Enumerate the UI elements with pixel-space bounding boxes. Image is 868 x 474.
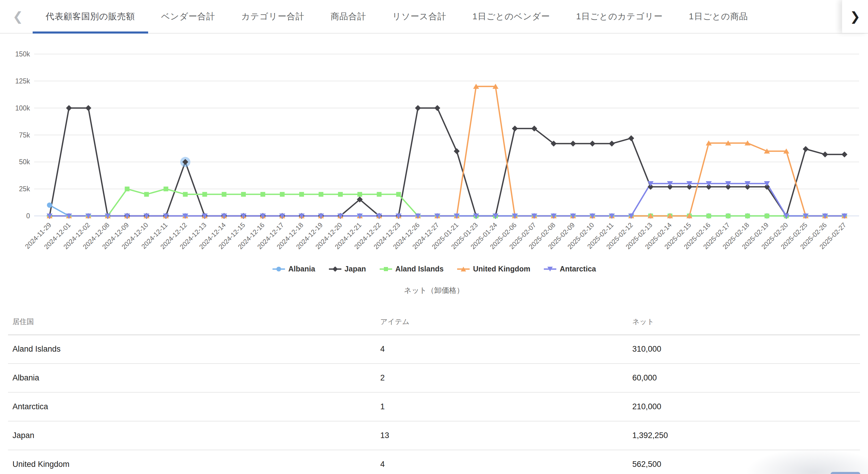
col-header-net: ネット <box>632 309 860 335</box>
x-axis-title: ネット（卸価格） <box>0 286 868 295</box>
data-point[interactable] <box>202 192 207 197</box>
cell-country: Albania <box>8 363 380 392</box>
table-row: Albania 2 60,000 <box>8 363 860 392</box>
legend-item-aland-islands[interactable]: Aland Islands <box>379 265 444 273</box>
data-point[interactable] <box>318 192 323 197</box>
data-point[interactable] <box>260 192 265 197</box>
data-point[interactable] <box>222 192 226 197</box>
summary-table-section: 居住国 アイテム ネット Aland Islands 4 310,000 Alb… <box>0 309 868 474</box>
data-point[interactable] <box>66 105 72 111</box>
floating-button-peek[interactable] <box>831 472 860 474</box>
data-point[interactable] <box>183 192 188 197</box>
data-point[interactable] <box>125 186 129 191</box>
col-header-country: 居住国 <box>8 309 380 335</box>
tab-product-daily[interactable]: 1日ごとの商品 <box>676 0 761 33</box>
data-point[interactable] <box>280 192 285 197</box>
tab-strip: 代表顧客国別の販売額 ベンダー合計 カテゴリー合計 商品合計 リソース合計 1日… <box>33 0 761 33</box>
y-axis-label: 50k <box>19 158 30 166</box>
cell-net: 310,000 <box>632 335 860 363</box>
table-row: Japan 13 1,392,250 <box>8 421 860 450</box>
data-point[interactable] <box>609 141 615 147</box>
tab-resource-total[interactable]: リソース合計 <box>379 0 459 33</box>
data-point[interactable] <box>241 192 246 197</box>
data-point[interactable] <box>726 213 731 218</box>
cell-items: 1 <box>380 392 632 421</box>
table-row: Aland Islands 4 310,000 <box>8 335 860 363</box>
data-point[interactable] <box>454 148 460 154</box>
table-header-row: 居住国 アイテム ネット <box>8 309 860 335</box>
legend-label: Aland Islands <box>395 265 444 273</box>
series-line-antarctica[interactable] <box>50 183 844 216</box>
table-row: Antarctica 1 210,000 <box>8 392 860 421</box>
data-point[interactable] <box>842 151 847 157</box>
y-axis-label: 150k <box>15 50 30 58</box>
tab-category-daily[interactable]: 1日ごとのカテゴリー <box>563 0 676 33</box>
tab-bar: ❮ 代表顧客国別の販売額 ベンダー合計 カテゴリー合計 商品合計 リソース合計 … <box>0 0 868 34</box>
tab-sales-by-country[interactable]: 代表顧客国別の販売額 <box>33 0 148 33</box>
tab-product-total[interactable]: 商品合計 <box>317 0 379 33</box>
y-axis-label: 125k <box>15 77 30 85</box>
data-point[interactable] <box>86 105 91 111</box>
y-axis-label: 100k <box>15 104 30 112</box>
legend-label: Albania <box>288 265 315 273</box>
data-point[interactable] <box>570 141 576 147</box>
cell-country: United Kingdom <box>8 450 380 474</box>
cell-country: Japan <box>8 421 380 450</box>
cell-items: 4 <box>380 450 632 474</box>
legend-marker-circle-icon <box>272 265 286 273</box>
data-point[interactable] <box>299 192 304 197</box>
cell-net: 210,000 <box>632 392 860 421</box>
legend-item-antarctica[interactable]: Antarctica <box>543 265 596 273</box>
cell-net: 562,500 <box>632 450 860 474</box>
tab-category-total[interactable]: カテゴリー合計 <box>228 0 318 33</box>
data-point[interactable] <box>707 213 711 218</box>
data-point[interactable] <box>628 135 634 141</box>
data-point[interactable] <box>822 151 828 157</box>
data-point[interactable] <box>512 126 518 131</box>
data-point[interactable] <box>745 213 750 218</box>
series-line-united-kingdom[interactable] <box>50 86 844 216</box>
col-header-items: アイテム <box>380 309 632 335</box>
data-point[interactable] <box>415 105 421 111</box>
data-point[interactable] <box>765 213 769 218</box>
cell-country: Antarctica <box>8 392 380 421</box>
tab-vendor-daily[interactable]: 1日ごとのベンダー <box>460 0 563 33</box>
data-point[interactable] <box>358 192 362 197</box>
legend-marker-triangle-icon <box>457 265 470 273</box>
legend-label: Japan <box>345 265 366 273</box>
tab-vendor-total[interactable]: ベンダー合計 <box>148 0 228 33</box>
data-point[interactable] <box>377 192 381 197</box>
legend-label: Antarctica <box>560 265 596 273</box>
y-axis-label: 75k <box>19 131 30 139</box>
legend-label: United Kingdom <box>473 265 530 273</box>
data-point[interactable] <box>163 186 168 191</box>
legend-marker-square-icon <box>379 265 393 273</box>
legend-marker-triangle-down-icon <box>543 265 557 273</box>
series-line-aland-islands[interactable] <box>50 189 844 216</box>
legend-marker-diamond-icon <box>328 265 342 273</box>
data-point[interactable] <box>434 105 440 111</box>
legend-item-united-kingdom[interactable]: United Kingdom <box>457 265 530 273</box>
data-point[interactable] <box>338 192 343 197</box>
legend-item-albania[interactable]: Albania <box>272 265 315 273</box>
cell-items: 13 <box>380 421 632 450</box>
cell-country: Aland Islands <box>8 335 380 363</box>
cell-net: 60,000 <box>632 363 860 392</box>
chevron-left-icon[interactable]: ❮ <box>7 0 29 33</box>
summary-table: 居住国 アイテム ネット Aland Islands 4 310,000 Alb… <box>8 309 860 474</box>
y-axis-label: 25k <box>19 185 30 193</box>
cell-net: 1,392,250 <box>632 421 860 450</box>
chevron-right-icon[interactable]: ❯ <box>842 0 868 33</box>
legend-item-japan[interactable]: Japan <box>328 265 366 273</box>
y-axis-label: 0 <box>26 212 30 220</box>
data-point[interactable] <box>590 141 595 147</box>
table-row: United Kingdom 4 562,500 <box>8 450 860 474</box>
line-chart: 025k50k75k100k125k150k2024-11-292024-12-… <box>0 34 868 298</box>
cell-items: 2 <box>380 363 632 392</box>
data-point[interactable] <box>396 192 401 197</box>
data-point[interactable] <box>803 146 809 152</box>
chart-canvas[interactable]: 025k50k75k100k125k150k2024-11-292024-12-… <box>0 34 868 298</box>
data-point[interactable] <box>47 203 52 208</box>
chart-legend: AlbaniaJapanAland IslandsUnited KingdomA… <box>0 265 868 273</box>
data-point[interactable] <box>144 192 149 197</box>
